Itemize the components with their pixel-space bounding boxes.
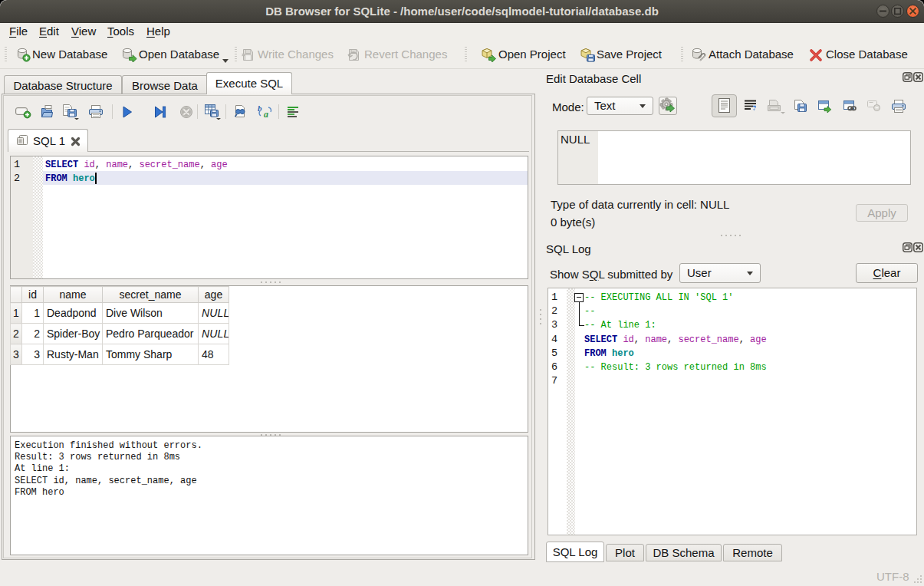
svg-text:a: a [264, 109, 268, 119]
